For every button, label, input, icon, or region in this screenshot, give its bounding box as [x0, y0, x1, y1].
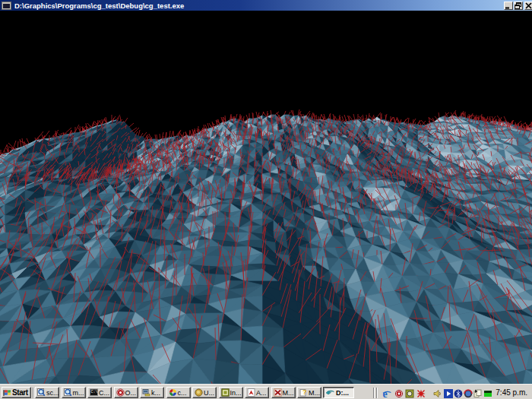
- svg-text:C:\: C:\: [90, 390, 97, 394]
- svg-text:?: ?: [302, 388, 307, 396]
- svg-text:e: e: [383, 389, 388, 398]
